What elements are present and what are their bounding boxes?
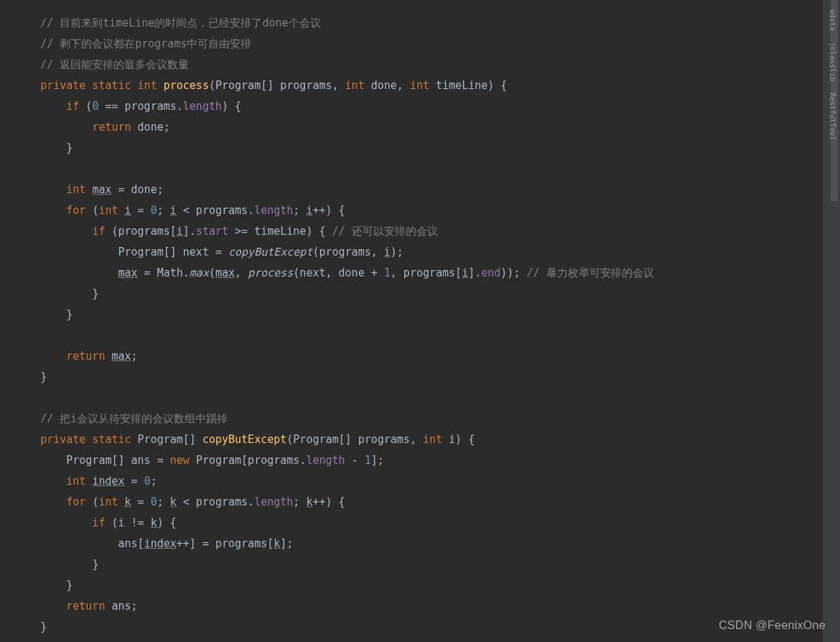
token-keyword: for bbox=[66, 204, 92, 217]
token-paren: ++) { bbox=[312, 204, 345, 217]
token-field: start bbox=[196, 225, 228, 238]
token-paren: } bbox=[40, 620, 47, 633]
code-line[interactable]: if (i != k) { bbox=[14, 513, 840, 534]
token-paren: ]. bbox=[468, 266, 481, 279]
code-line[interactable]: max = Math.max(max, process(next, done +… bbox=[14, 263, 840, 284]
token-paren: - bbox=[345, 454, 365, 467]
token-paren: = bbox=[131, 496, 151, 508]
tool-tab-jclasslib[interactable]: jclasslib bbox=[827, 37, 838, 87]
token-paren: Program[] ans = bbox=[66, 454, 170, 467]
code-line[interactable]: } bbox=[14, 554, 840, 575]
token-keyword: private static bbox=[40, 433, 137, 446]
token-paren: i) { bbox=[449, 433, 475, 446]
token-underline: max bbox=[111, 350, 131, 363]
token-method-call-italic: process bbox=[248, 266, 293, 279]
code-line[interactable]: return ans; bbox=[14, 596, 840, 617]
code-line[interactable]: return max; bbox=[14, 346, 840, 367]
token-underline: i bbox=[170, 204, 177, 217]
token-paren: ); bbox=[391, 246, 403, 259]
token-paren: ]; bbox=[280, 537, 293, 550]
token-paren: ]. bbox=[183, 225, 196, 238]
code-line[interactable] bbox=[14, 325, 840, 346]
token-paren: done, bbox=[371, 79, 410, 92]
code-line[interactable]: } bbox=[14, 304, 840, 325]
token-paren: (Program[] programs, bbox=[209, 79, 345, 92]
code-line[interactable]: } bbox=[14, 138, 840, 159]
token-paren: ans[ bbox=[118, 537, 144, 550]
code-line[interactable]: ans[index++] = programs[k]; bbox=[14, 534, 840, 554]
token-method-call-italic: max bbox=[190, 266, 209, 279]
token-paren: ) { bbox=[157, 516, 177, 529]
code-line[interactable]: } bbox=[14, 575, 840, 596]
token-field: length bbox=[254, 204, 293, 217]
token-paren: (Program[] programs, bbox=[286, 433, 423, 446]
code-line[interactable]: int index = 0; bbox=[14, 471, 840, 492]
token-method-decl: copyButExcept bbox=[202, 433, 286, 446]
token-keyword: int bbox=[98, 204, 124, 217]
tool-tab-restfultool[interactable]: RestfulTool bbox=[827, 87, 838, 146]
token-keyword: if bbox=[66, 100, 85, 113]
token-comment: // 把i会议从待安排的会议数组中踢掉 bbox=[40, 412, 228, 425]
code-line[interactable]: for (int k = 0; k < programs.length; k++… bbox=[14, 492, 840, 513]
code-line[interactable]: Program[] ans = new Program[programs.len… bbox=[14, 450, 840, 471]
token-comment: // 目前来到timeLine的时间点，已经安排了done个会议 bbox=[40, 17, 320, 29]
code-line[interactable]: private static int process(Program[] pro… bbox=[14, 75, 840, 96]
token-field: length bbox=[183, 100, 222, 113]
code-line[interactable]: Program[] next = copyButExcept(programs,… bbox=[14, 242, 840, 263]
token-paren: = bbox=[131, 204, 151, 217]
token-paren: ( bbox=[209, 266, 215, 279]
tool-tab-odota[interactable]: odota bbox=[827, 4, 838, 37]
code-line[interactable]: if (0 == programs.length) { bbox=[14, 96, 840, 117]
code-line[interactable]: for (int i = 0; i < programs.length; i++… bbox=[14, 200, 840, 221]
token-paren: } bbox=[92, 287, 98, 300]
code-line[interactable]: if (programs[i].start >= timeLine) { // … bbox=[14, 221, 840, 242]
token-keyword: new bbox=[170, 454, 196, 467]
token-paren: ans; bbox=[111, 600, 137, 613]
token-underline: max bbox=[92, 183, 111, 196]
token-keyword: if bbox=[92, 225, 111, 238]
token-paren: < programs. bbox=[177, 496, 254, 508]
code-line[interactable] bbox=[14, 159, 840, 180]
code-line[interactable]: } bbox=[14, 617, 840, 638]
token-number: 1 bbox=[384, 266, 391, 279]
token-underline: k bbox=[170, 496, 177, 508]
token-comment: // 剩下的会议都在programs中可自由安排 bbox=[40, 37, 251, 50]
code-line[interactable]: return done; bbox=[14, 117, 840, 138]
code-line[interactable]: // 把i会议从待安排的会议数组中踢掉 bbox=[14, 409, 840, 429]
code-line[interactable]: } bbox=[14, 284, 840, 304]
code-line[interactable]: } bbox=[14, 367, 840, 388]
token-paren: ; bbox=[293, 496, 306, 508]
token-keyword: private static int bbox=[40, 79, 164, 92]
code-line[interactable]: int max = done; bbox=[14, 180, 840, 200]
code-line[interactable]: // 返回能安排的最多会议数量 bbox=[14, 55, 840, 75]
token-paren: } bbox=[66, 308, 73, 321]
code-editor[interactable]: // 目前来到timeLine的时间点，已经安排了done个会议 // 剩下的会… bbox=[0, 0, 840, 638]
token-underline: index bbox=[144, 537, 177, 550]
token-paren: ) { bbox=[222, 100, 241, 113]
token-comment: // 还可以安排的会议 bbox=[332, 225, 438, 238]
token-paren: , bbox=[235, 266, 248, 279]
token-paren: Program[] next = bbox=[118, 246, 229, 259]
token-paren: timeLine) { bbox=[436, 79, 507, 92]
token-paren: Program[programs. bbox=[196, 454, 307, 467]
token-underline: i bbox=[177, 225, 183, 238]
token-keyword: int bbox=[66, 183, 92, 196]
token-paren: >= timeLine) { bbox=[228, 225, 332, 238]
token-paren: < programs. bbox=[177, 204, 254, 217]
token-underline: k bbox=[151, 516, 157, 529]
token-number: 0 bbox=[144, 475, 151, 488]
code-line[interactable] bbox=[14, 388, 840, 409]
right-gutter-panel: odotajclasslibRestfulTool bbox=[822, 0, 840, 642]
token-method-call-italic: copyButExcept bbox=[228, 246, 312, 259]
code-line[interactable]: // 剩下的会议都在programs中可自由安排 bbox=[14, 34, 840, 55]
token-keyword: int bbox=[410, 79, 436, 92]
code-line[interactable]: private static Program[] copyButExcept(P… bbox=[14, 429, 840, 450]
token-number: 0 bbox=[151, 204, 157, 217]
token-paren: , programs[ bbox=[391, 266, 462, 279]
token-paren: } bbox=[66, 579, 73, 592]
token-field: length bbox=[254, 496, 293, 508]
token-comment: // 返回能安排的最多会议数量 bbox=[40, 58, 189, 71]
token-underline: i bbox=[462, 266, 468, 279]
code-line[interactable]: // 目前来到timeLine的时间点，已经安排了done个会议 bbox=[14, 13, 840, 34]
token-paren: == programs. bbox=[98, 100, 182, 113]
